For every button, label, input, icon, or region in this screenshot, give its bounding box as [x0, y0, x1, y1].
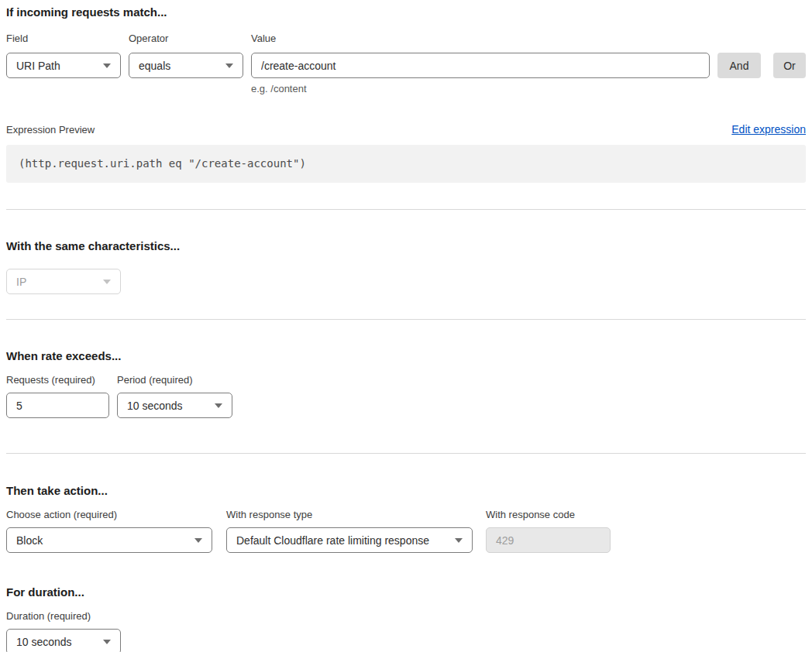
- requests-label: Requests (required): [6, 375, 109, 385]
- response-code-label: With response code: [486, 510, 611, 520]
- duration-section-heading: For duration...: [6, 586, 806, 599]
- period-select[interactable]: 10 seconds: [117, 393, 232, 418]
- field-group: Field URI Path: [6, 33, 121, 78]
- response-code-input: [486, 527, 611, 553]
- response-type-select-value: Default Cloudflare rate limiting respons…: [236, 534, 429, 547]
- section-divider: [6, 453, 806, 454]
- value-hint: e.g. /content: [251, 83, 710, 94]
- chevron-down-icon: [455, 538, 463, 543]
- edit-expression-link[interactable]: Edit expression: [731, 123, 806, 136]
- chevron-down-icon: [225, 63, 233, 68]
- period-group: Period (required) 10 seconds: [117, 375, 232, 418]
- expression-preview-code: (http.request.uri.path eq "/create-accou…: [6, 145, 806, 183]
- or-button[interactable]: Or: [773, 53, 806, 78]
- period-label: Period (required): [117, 375, 232, 385]
- section-divider: [6, 209, 806, 210]
- response-type-select[interactable]: Default Cloudflare rate limiting respons…: [226, 527, 473, 553]
- field-select[interactable]: URI Path: [6, 53, 121, 78]
- field-label: Field: [6, 33, 121, 43]
- chevron-down-icon: [103, 280, 111, 284]
- duration-select-value: 10 seconds: [16, 636, 72, 648]
- period-select-value: 10 seconds: [127, 400, 183, 412]
- chevron-down-icon: [215, 403, 222, 408]
- choose-action-group: Choose action (required) Block: [6, 510, 212, 553]
- operator-group: Operator equals: [129, 33, 243, 78]
- characteristic-select: IP: [6, 269, 121, 294]
- operator-select-value: equals: [139, 60, 170, 72]
- response-code-group: With response code: [486, 510, 611, 553]
- expression-preview-label: Expression Preview: [6, 124, 95, 136]
- section-divider: [6, 319, 806, 320]
- expression-preview-row: Expression Preview Edit expression: [6, 123, 806, 136]
- operator-select[interactable]: equals: [129, 53, 243, 78]
- requests-group: Requests (required): [6, 375, 109, 418]
- value-group: Value e.g. /content: [251, 33, 710, 94]
- duration-group: Duration (required) 10 seconds: [6, 611, 121, 652]
- value-input[interactable]: [251, 53, 710, 78]
- duration-select[interactable]: 10 seconds: [6, 629, 121, 652]
- rate-section-heading: When rate exceeds...: [6, 350, 806, 362]
- chevron-down-icon: [103, 63, 111, 68]
- value-label: Value: [251, 33, 710, 43]
- characteristics-section-heading: With the same characteristics...: [6, 240, 806, 252]
- choose-action-label: Choose action (required): [6, 510, 212, 520]
- choose-action-select[interactable]: Block: [6, 527, 212, 553]
- chevron-down-icon: [194, 538, 202, 543]
- action-row: Choose action (required) Block With resp…: [6, 510, 806, 553]
- match-section-heading: If incoming requests match...: [6, 6, 806, 19]
- action-section-heading: Then take action...: [6, 485, 806, 497]
- operator-label: Operator: [129, 33, 243, 43]
- chevron-down-icon: [103, 640, 111, 644]
- and-button[interactable]: And: [717, 53, 761, 78]
- choose-action-select-value: Block: [16, 534, 43, 547]
- response-type-group: With response type Default Cloudflare ra…: [226, 510, 473, 553]
- characteristic-select-value: IP: [16, 276, 26, 288]
- requests-input[interactable]: [6, 393, 109, 418]
- response-type-label: With response type: [226, 510, 473, 520]
- match-condition-row: Field URI Path Operator equals Value e.g…: [6, 33, 806, 94]
- field-select-value: URI Path: [16, 60, 60, 72]
- rate-row: Requests (required) Period (required) 10…: [6, 375, 806, 418]
- duration-label: Duration (required): [6, 611, 121, 621]
